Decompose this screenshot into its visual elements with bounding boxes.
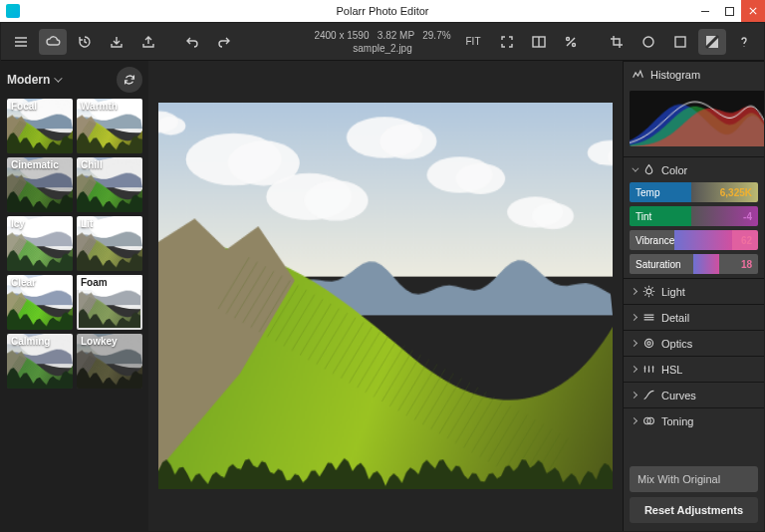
panel-detail[interactable]: Detail xyxy=(624,305,764,330)
filter-grid: FocalWarmthCinematicChillIcyLitClearFoam… xyxy=(7,99,142,389)
window-titlebar: Polarr Photo Editor xyxy=(0,0,765,22)
svg-point-8 xyxy=(647,342,650,345)
svg-point-7 xyxy=(644,339,652,347)
filter-category-label: Modern xyxy=(7,73,50,87)
sliders-icon xyxy=(642,363,655,376)
panel-color[interactable]: Color xyxy=(624,157,764,182)
filter-label: Icy xyxy=(7,216,73,231)
lens-icon xyxy=(642,337,655,350)
image-meta: 2400 x 1590 3.82 MP 29.7% sample_2.jpg xyxy=(314,29,450,55)
filter-category-dropdown[interactable]: Modern xyxy=(7,73,60,87)
slider-vibrance[interactable]: Vibrance 62 xyxy=(630,230,758,250)
panel-light[interactable]: Light xyxy=(624,279,764,304)
fit-button[interactable]: FIT xyxy=(457,29,489,55)
crop-tool-button[interactable] xyxy=(603,29,631,55)
droplet-icon xyxy=(642,163,655,176)
panel-hsl[interactable]: HSL xyxy=(624,357,764,382)
adjustments-tool-button[interactable] xyxy=(698,29,726,55)
filter-label: Lowkey xyxy=(77,334,142,349)
export-button[interactable] xyxy=(134,29,162,55)
chevron-icon xyxy=(632,165,638,172)
filter-thumb-calming[interactable]: Calming xyxy=(7,334,73,389)
adjustments-panel: Histogram Color Temp 6,325K Ti xyxy=(623,61,764,531)
history-button[interactable] xyxy=(71,29,99,55)
window-maximize-button[interactable] xyxy=(717,0,741,22)
menu-button[interactable] xyxy=(7,29,35,55)
panel-curves[interactable]: Curves xyxy=(624,383,764,407)
panel-optics[interactable]: Optics xyxy=(624,331,764,356)
detail-icon xyxy=(642,311,655,324)
filter-label: Warmth xyxy=(77,99,142,114)
filter-label: Clear xyxy=(7,275,73,290)
percent-button[interactable] xyxy=(557,29,585,55)
filter-thumb-focal[interactable]: Focal xyxy=(7,99,73,153)
circle-tool-button[interactable] xyxy=(635,29,662,55)
slider-temperature[interactable]: Temp 6,325K xyxy=(630,182,758,202)
panel-color-label: Color xyxy=(661,164,687,176)
svg-point-6 xyxy=(646,289,651,294)
slider-saturation[interactable]: Saturation 18 xyxy=(630,254,758,274)
square-tool-button[interactable] xyxy=(666,29,694,55)
compare-button[interactable] xyxy=(525,29,553,55)
panel-histogram-label: Histogram xyxy=(650,69,700,81)
filter-thumb-clear[interactable]: Clear xyxy=(7,275,73,330)
app-body: 2400 x 1590 3.82 MP 29.7% sample_2.jpg F… xyxy=(0,22,765,532)
filter-label: Calming xyxy=(7,334,73,349)
chevron-down-icon xyxy=(55,74,63,82)
app-window: Polarr Photo Editor 2400 x 1590 3.82 MP … xyxy=(0,0,765,532)
help-button[interactable] xyxy=(730,29,758,55)
app-icon xyxy=(6,4,20,18)
panel-toning[interactable]: Toning xyxy=(624,408,764,433)
histogram-chart xyxy=(630,91,764,146)
filter-label: Focal xyxy=(7,99,73,114)
main-image xyxy=(158,103,613,490)
filter-thumb-icy[interactable]: Icy xyxy=(7,216,73,271)
panel-histogram[interactable]: Histogram xyxy=(624,62,764,87)
reset-adjustments-button[interactable]: Reset Adjustments xyxy=(630,497,758,523)
svg-point-1 xyxy=(567,37,570,40)
svg-rect-4 xyxy=(675,37,685,47)
toning-icon xyxy=(642,414,655,427)
filter-label: Chill xyxy=(77,157,142,172)
curves-icon xyxy=(642,389,655,401)
filter-label: Lit xyxy=(77,216,142,231)
sun-icon xyxy=(642,285,655,298)
filter-thumb-warmth[interactable]: Warmth xyxy=(77,99,142,153)
mix-with-original-button[interactable]: Mix With Original xyxy=(630,466,758,492)
slider-tint[interactable]: Tint -4 xyxy=(630,206,758,226)
chevron-icon xyxy=(631,392,638,399)
filter-thumb-lit[interactable]: Lit xyxy=(77,216,142,271)
image-filename: sample_2.jpg xyxy=(314,42,450,55)
window-close-button[interactable] xyxy=(741,0,765,22)
svg-point-2 xyxy=(573,43,576,46)
filter-thumb-foam[interactable]: Foam xyxy=(77,275,142,330)
image-canvas-area[interactable] xyxy=(148,61,623,531)
window-controls xyxy=(693,0,765,22)
filter-label: Foam xyxy=(77,275,142,290)
filter-recycle-button[interactable] xyxy=(117,67,142,93)
window-title: Polarr Photo Editor xyxy=(337,5,429,17)
main-body: Modern FocalWarmthCinematicChillIcyLitCl… xyxy=(1,61,764,531)
filter-thumb-cinematic[interactable]: Cinematic xyxy=(7,157,73,212)
redo-button[interactable] xyxy=(210,29,238,55)
filter-label: Cinematic xyxy=(7,157,73,172)
top-toolbar: 2400 x 1590 3.82 MP 29.7% sample_2.jpg F… xyxy=(1,23,764,61)
filter-thumb-lowkey[interactable]: Lowkey xyxy=(77,334,142,389)
chevron-icon xyxy=(631,340,638,347)
chevron-icon xyxy=(631,417,638,424)
chevron-icon xyxy=(631,366,638,373)
histogram-icon xyxy=(632,68,644,81)
chevron-icon xyxy=(631,288,638,295)
chevron-icon xyxy=(631,314,638,321)
import-button[interactable] xyxy=(103,29,130,55)
window-minimize-button[interactable] xyxy=(693,0,717,22)
undo-button[interactable] xyxy=(178,29,206,55)
fullscreen-button[interactable] xyxy=(493,29,521,55)
filter-thumb-chill[interactable]: Chill xyxy=(77,157,142,212)
cloud-button[interactable] xyxy=(39,29,67,55)
filters-panel: Modern FocalWarmthCinematicChillIcyLitCl… xyxy=(1,61,148,531)
svg-point-3 xyxy=(643,37,653,47)
